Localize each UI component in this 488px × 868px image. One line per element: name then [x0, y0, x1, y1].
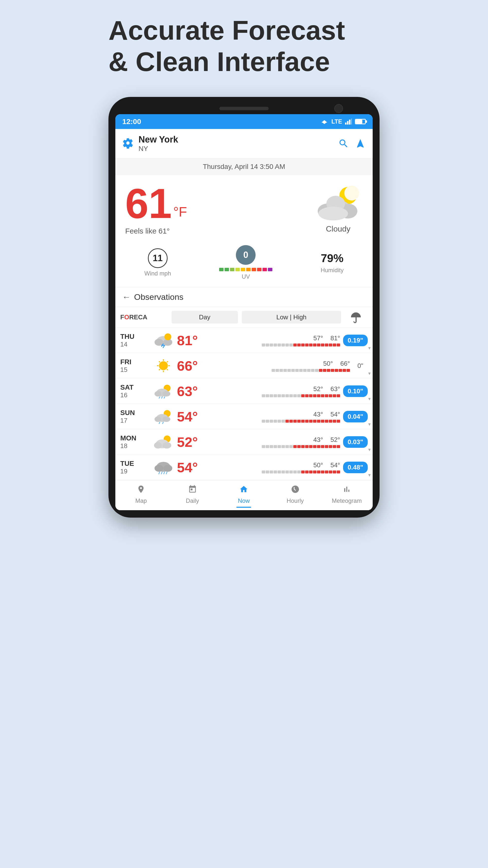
bar-segment-red	[301, 394, 305, 397]
rain-badge: 0.48"	[343, 462, 368, 473]
rain-zero: 0"	[353, 362, 368, 370]
temperature-value: 61	[125, 180, 172, 227]
forecast-temp: 66°	[177, 358, 209, 374]
bar-segment-red	[297, 420, 301, 423]
observations-title: Observations	[134, 292, 183, 302]
temp-bar-section: 57°81°	[209, 334, 340, 346]
nav-label-map: Map	[135, 497, 147, 504]
app-header: New York NY	[115, 129, 373, 158]
svg-rect-2	[347, 121, 349, 125]
humidity-label: Humidity	[321, 267, 344, 274]
chevron-down-icon: ▾	[368, 472, 371, 478]
nav-item-meteogram[interactable]: Meteogram	[332, 485, 362, 508]
signal-icon	[345, 119, 352, 125]
forecast-row[interactable]: SAT1663°52°63°0.10"▾	[115, 378, 373, 404]
observations-header[interactable]: ← Observations	[115, 287, 373, 307]
weather-description: Cloudy	[326, 224, 351, 234]
bar-segment-gray	[262, 343, 265, 346]
bar-segment-red	[317, 394, 320, 397]
bar-segment-red	[297, 445, 301, 448]
forecast-row[interactable]: THU1481°57°81°0.19"▾	[115, 328, 373, 353]
date-text: Thursday, April 14 3:50 AM	[203, 163, 285, 170]
bar-segment-gray	[266, 420, 269, 423]
uv-value-circle: 0	[236, 245, 256, 265]
svg-point-37	[155, 416, 161, 422]
bar-segment-gray	[266, 394, 269, 397]
header-left: New York NY	[122, 134, 178, 153]
location-arrow-icon[interactable]	[355, 138, 366, 149]
bar-segment-red	[329, 343, 332, 346]
bar-segment-red	[305, 394, 308, 397]
bar-segment-gray	[266, 343, 269, 346]
lowhigh-values: 52°63°	[313, 385, 340, 393]
svg-line-40	[162, 422, 163, 424]
city-name: New York	[138, 134, 178, 145]
bar-segment-gray	[293, 394, 297, 397]
bar-segment-red	[317, 343, 320, 346]
bar-segment-gray	[270, 420, 273, 423]
bar-segment-gray	[262, 445, 265, 448]
nav-label-hourly: Hourly	[287, 497, 304, 504]
phone-top	[115, 104, 373, 114]
bar-segment-red	[347, 369, 350, 372]
uv-segment-5	[246, 268, 251, 271]
bar-segment-red	[293, 445, 297, 448]
lowhigh-values: 43°52°	[313, 436, 340, 444]
main-weather: 61°F Feels like 61° Clou	[115, 175, 373, 240]
chevron-down-icon: ▾	[368, 421, 371, 427]
uv-label: UV	[242, 273, 250, 280]
low-value: 50°	[313, 461, 323, 469]
nav-item-daily[interactable]: Daily	[178, 485, 207, 508]
svg-line-26	[159, 369, 160, 370]
bar-segment-gray	[275, 369, 279, 372]
nav-icon-now	[239, 485, 248, 496]
forecast-row[interactable]: MON1852°43°52°0.03"▾	[115, 429, 373, 455]
forecast-temp: 54°	[177, 409, 209, 425]
low-value: 52°	[313, 385, 323, 393]
bar-segment-gray	[285, 394, 289, 397]
search-icon[interactable]	[338, 138, 349, 149]
bar-segment-red	[323, 369, 326, 372]
bar-segment-gray	[273, 343, 277, 346]
nav-item-map[interactable]: Map	[126, 485, 156, 508]
bar-segment-gray	[262, 470, 265, 473]
wind-stat: 11 Wind mph	[144, 248, 171, 277]
forecast-row[interactable]: TUE1954°50°54°0.48"▾	[115, 455, 373, 480]
svg-line-25	[167, 369, 168, 370]
uv-stat: 0 UV	[219, 245, 272, 280]
uv-segment-7	[257, 268, 261, 271]
speaker	[219, 107, 269, 110]
forecast-col-lowhigh: Low | High	[242, 311, 341, 323]
headline-line1: Accurate Forecast	[108, 15, 345, 45]
nav-item-now[interactable]: Now	[229, 485, 259, 508]
nav-item-hourly[interactable]: Hourly	[281, 485, 310, 508]
bar-segment-red	[293, 420, 297, 423]
bar-segment-gray	[278, 470, 281, 473]
gear-icon[interactable]	[122, 137, 134, 150]
bar-segment-red	[313, 394, 317, 397]
svg-line-32	[159, 397, 160, 399]
temp-bar-section: 52°63°	[209, 385, 340, 397]
low-value: 50°	[323, 360, 333, 367]
high-value: 54°	[330, 461, 340, 469]
bar-segment-gray	[285, 445, 289, 448]
back-arrow-icon[interactable]: ←	[122, 292, 131, 302]
temperature-section: 61°F Feels like 61°	[125, 183, 187, 235]
day-num: 18	[120, 442, 150, 450]
forecast-weather-icon	[152, 459, 174, 476]
bar-segment-gray	[273, 420, 277, 423]
day-num: 19	[120, 468, 150, 475]
umbrella-icon	[350, 311, 361, 323]
uv-segment-6	[252, 268, 256, 271]
forecast-row[interactable]: FRI1566°50°66°0"▾	[115, 353, 373, 378]
bar-segment-gray	[297, 394, 301, 397]
bar-segment-gray	[282, 420, 285, 423]
forecast-row[interactable]: SUN1754°43°54°0.04"▾	[115, 404, 373, 429]
high-value: 54°	[330, 410, 340, 418]
temperature-bar	[262, 470, 340, 473]
bar-segment-red	[329, 394, 332, 397]
svg-line-49	[161, 472, 162, 474]
status-icons: LTE	[320, 118, 366, 125]
svg-line-50	[164, 472, 165, 474]
forecast-weather-icon	[152, 332, 174, 349]
